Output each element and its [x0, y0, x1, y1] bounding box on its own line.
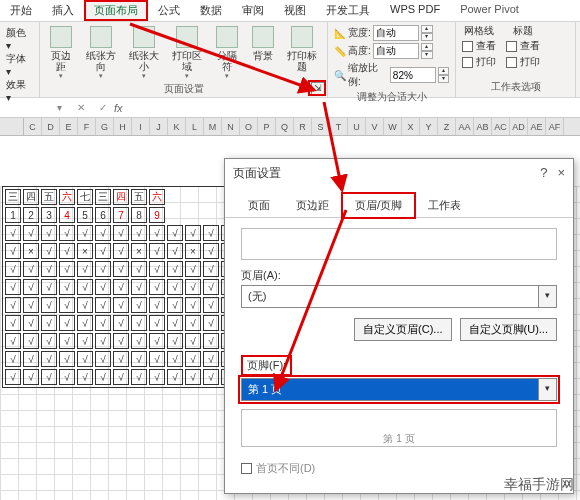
column-header[interactable]: T [330, 118, 348, 135]
orientation-button[interactable]: 纸张方向▾ [80, 24, 121, 82]
height-spinner[interactable]: ▴▾ [421, 43, 433, 59]
gridlines-print-label: 打印 [476, 55, 496, 69]
column-header[interactable]: I [132, 118, 150, 135]
cancel-icon[interactable]: ✕ [70, 102, 92, 113]
column-header[interactable]: V [366, 118, 384, 135]
column-header[interactable]: AA [456, 118, 474, 135]
tab-formulas[interactable]: 公式 [148, 0, 190, 21]
dialog-tab-header-footer[interactable]: 页眉/页脚 [342, 193, 415, 218]
background-button[interactable]: 背景 [246, 24, 280, 82]
tab-insert[interactable]: 插入 [42, 0, 84, 21]
height-input[interactable] [373, 43, 419, 59]
column-header[interactable]: L [186, 118, 204, 135]
tab-home[interactable]: 开始 [0, 0, 42, 21]
column-header[interactable]: H [114, 118, 132, 135]
dialog-close-icon[interactable]: × [557, 165, 565, 182]
header-preview [241, 228, 557, 260]
group-scale: 📐宽度:▴▾ 📏高度:▴▾ 🔍缩放比例:▴▾ 调整为合适大小 [328, 22, 456, 97]
column-header[interactable]: AB [474, 118, 492, 135]
orientation-icon [90, 26, 112, 48]
zoom-spinner[interactable]: ▴▾ [438, 67, 449, 83]
fx-icon[interactable]: fx [114, 102, 132, 114]
select-all-corner[interactable] [0, 118, 24, 135]
column-header[interactable]: E [60, 118, 78, 135]
watermark: 幸福手游网 [504, 476, 574, 494]
header-value[interactable]: (无) [241, 285, 539, 308]
effects-button[interactable]: 效果 ▾ [6, 78, 33, 104]
footer-value[interactable]: 第 1 页 [241, 378, 539, 401]
print-titles-button[interactable]: 打印标题 [282, 24, 323, 82]
zoom-text: 缩放比例: [348, 61, 388, 89]
column-header[interactable]: D [42, 118, 60, 135]
print-area-icon [176, 26, 198, 48]
zoom-input[interactable] [390, 67, 436, 83]
column-header[interactable]: C [24, 118, 42, 135]
sheet-options-label: 工作表选项 [462, 80, 569, 95]
column-header[interactable]: Z [438, 118, 456, 135]
column-header[interactable]: F [78, 118, 96, 135]
column-header[interactable]: AF [546, 118, 564, 135]
page-setup-dialog: 页面设置 ? × 页面 页边距 页眉/页脚 工作表 页眉(A): (无) ▾ 自… [224, 158, 574, 494]
page-setup-label: 页面设置 [44, 82, 323, 97]
colors-button[interactable]: 颜色 ▾ [6, 26, 33, 52]
column-header[interactable]: U [348, 118, 366, 135]
tab-view[interactable]: 视图 [274, 0, 316, 21]
column-header[interactable]: P [258, 118, 276, 135]
dialog-help-icon[interactable]: ? [540, 165, 547, 182]
margins-button[interactable]: 页边距▾ [44, 24, 78, 82]
tab-review[interactable]: 审阅 [232, 0, 274, 21]
column-header[interactable]: W [384, 118, 402, 135]
footer-combo[interactable]: 第 1 页 ▾ [241, 378, 557, 401]
tab-wps-pdf[interactable]: WPS PDF [380, 0, 450, 21]
column-headers: CDEFGHIJKLMNOPQRSTUVWXYZAAABACADAEAF [0, 118, 580, 136]
diff-first-checkbox[interactable] [241, 463, 252, 474]
height-label: 📏 [334, 46, 346, 57]
width-spinner[interactable]: ▴▾ [421, 25, 433, 41]
column-header[interactable]: J [150, 118, 168, 135]
confirm-icon[interactable]: ✓ [92, 102, 114, 113]
breaks-button[interactable]: 分隔符▾ [210, 24, 244, 82]
column-header[interactable]: AC [492, 118, 510, 135]
custom-header-button[interactable]: 自定义页眉(C)... [354, 318, 451, 341]
column-header[interactable]: Y [420, 118, 438, 135]
height-text: 高度: [348, 44, 371, 58]
headings-print-checkbox[interactable] [506, 57, 517, 68]
column-header[interactable]: AE [528, 118, 546, 135]
dialog-tab-sheet[interactable]: 工作表 [415, 193, 474, 218]
footer-dropdown-icon[interactable]: ▾ [539, 378, 557, 401]
column-header[interactable]: S [312, 118, 330, 135]
ribbon-tabs: 开始 插入 页面布局 公式 数据 审阅 视图 开发工具 WPS PDF Powe… [0, 0, 580, 22]
tab-data[interactable]: 数据 [190, 0, 232, 21]
group-sheet-options: 网格线 查看 打印 标题 查看 打印 工作表选项 [456, 22, 576, 97]
column-header[interactable]: AD [510, 118, 528, 135]
column-header[interactable]: M [204, 118, 222, 135]
header-combo[interactable]: (无) ▾ [241, 285, 557, 308]
column-header[interactable]: X [402, 118, 420, 135]
mini-calendar: 三四五六七三四五六123456789√√√√√√√√√√√√√√×√√×√√×√… [2, 186, 240, 388]
column-header[interactable]: Q [276, 118, 294, 135]
column-header[interactable]: O [240, 118, 258, 135]
width-input[interactable] [373, 25, 419, 41]
namebox-dropdown-icon[interactable]: ▾ [48, 102, 70, 113]
diff-first-label: 首页不同(D) [256, 461, 315, 476]
fonts-button[interactable]: 字体 ▾ [6, 52, 33, 78]
column-header[interactable]: G [96, 118, 114, 135]
dialog-tab-page[interactable]: 页面 [235, 193, 283, 218]
gridlines-view-label: 查看 [476, 39, 496, 53]
headings-view-checkbox[interactable] [506, 41, 517, 52]
width-label: 📐 [334, 28, 346, 39]
gridlines-print-checkbox[interactable] [462, 57, 473, 68]
tab-page-layout[interactable]: 页面布局 [84, 0, 148, 21]
column-header[interactable]: N [222, 118, 240, 135]
print-area-button[interactable]: 打印区域▾ [167, 24, 208, 82]
zoom-icon: 🔍 [334, 70, 346, 81]
column-header[interactable]: R [294, 118, 312, 135]
size-button[interactable]: 纸张大小▾ [123, 24, 164, 82]
column-header[interactable]: K [168, 118, 186, 135]
custom-footer-button[interactable]: 自定义页脚(U)... [460, 318, 557, 341]
dialog-tab-margins[interactable]: 页边距 [283, 193, 342, 218]
gridlines-view-checkbox[interactable] [462, 41, 473, 52]
header-dropdown-icon[interactable]: ▾ [539, 285, 557, 308]
tab-power-pivot[interactable]: Power Pivot [450, 0, 529, 21]
tab-developer[interactable]: 开发工具 [316, 0, 380, 21]
